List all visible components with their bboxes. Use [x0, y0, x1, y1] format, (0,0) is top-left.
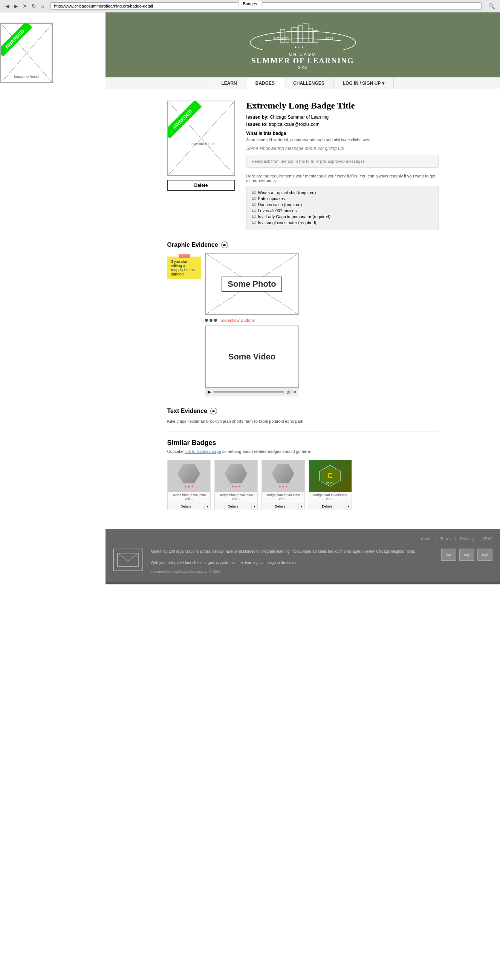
home-button[interactable]: ⌂	[39, 2, 45, 10]
badge-4-label: Badge blah in volupate veti...	[309, 492, 352, 503]
badge-2-hexagon: ★ ★ ★	[225, 464, 247, 488]
badge-stars-3: ★ ★ ★	[272, 485, 294, 488]
svg-rect-5	[303, 24, 308, 43]
check-icon-1: ☑	[252, 190, 256, 195]
empowering-message: Some empowering message about not giving…	[247, 146, 439, 151]
similar-badge-3: ★ ★ ★ Badge blah in volupate veti... Det…	[261, 460, 305, 510]
awarded-corner-image: AWARDED Image not found	[0, 22, 53, 83]
sticky-tape	[178, 255, 190, 258]
feedback-box: Feedback from mentor in the form of pre-…	[247, 155, 439, 168]
nav-learn[interactable]: LEARN	[212, 78, 246, 89]
nav-challenges[interactable]: CHALLENGES	[284, 78, 334, 89]
check-icon-2: ☑	[252, 196, 256, 201]
footer-logo-1: logo	[441, 549, 456, 561]
badge-info-column: Extremely Long Badge Title Issued by: Ch…	[247, 100, 439, 230]
badge-hexagon-3	[272, 464, 294, 484]
svg-rect-4	[298, 25, 302, 43]
delete-button[interactable]: Delete	[167, 180, 235, 191]
similar-badge-1: ★ ★ ★ Badge blah in volupate veti... Det…	[167, 460, 211, 510]
badge-meta: Issued by: Chicago Summer of Learning Is…	[247, 115, 439, 127]
skyline-svg: CHICAGO 2013 ✦ ✦ ✦	[243, 20, 363, 50]
check-icon-4: ☐	[252, 208, 256, 213]
badge-4-dropdown-button[interactable]: ▾	[346, 503, 352, 510]
close-button[interactable]: ✕	[21, 2, 29, 10]
nav-login[interactable]: LOG IN / SIGN UP ▾	[334, 78, 394, 89]
badge-detail: AWARDED Image not found Delete Extremely…	[167, 100, 439, 230]
svg-text:✦ ✦ ✦: ✦ ✦ ✦	[294, 46, 304, 49]
badge-4-details-button[interactable]: Details	[309, 503, 346, 510]
badge-image-column: AWARDED Image not found Delete	[167, 100, 235, 230]
badge-2-details-button[interactable]: Details	[215, 503, 252, 510]
back-button[interactable]: ◀	[4, 2, 11, 10]
footer-text-area: More than 100 organizations across the c…	[151, 549, 434, 574]
check-icon-3: ☑	[252, 202, 256, 207]
nav-buttons: ◀ ▶ ✕ ↻ ⌂	[4, 2, 45, 10]
video-progress-bar[interactable]	[213, 391, 284, 393]
browser-chrome: Badges ◀ ▶ ✕ ↻ ⌂ 🔍	[0, 0, 500, 13]
video-controls: ▶ 🔊 ⚙	[205, 388, 299, 396]
badge-2-dropdown-button[interactable]: ▾	[252, 503, 257, 510]
nav-badges[interactable]: BADGES	[247, 78, 284, 89]
forward-button[interactable]: ▶	[13, 2, 19, 10]
badge-hexagon-1	[177, 464, 200, 484]
check-icon-6: ☑	[252, 220, 256, 225]
similar-badges-title: Similar Badges	[167, 439, 439, 447]
privacy-link[interactable]: Privacy	[460, 536, 474, 541]
badge-1-image: ★ ★ ★	[168, 460, 210, 492]
video-label: Some Video	[228, 352, 276, 362]
header-logo-area: CHICAGO 2013 ✦ ✦ ✦ CHICAGO SUMMER OF LEA…	[113, 20, 492, 70]
badge-3-details-button[interactable]: Details	[262, 503, 299, 510]
footer-copyright: summeroflearning@cityofchicago.org | © 2…	[151, 569, 434, 574]
badge-1-actions: Details ▾	[168, 503, 210, 510]
dot-1[interactable]	[205, 319, 208, 322]
footer-main: More than 100 organizations across the c…	[113, 549, 492, 574]
requirements-note: Here are the requirements your mentor sa…	[247, 174, 439, 183]
requirements-list: ☑Wears a tropical shirt (required) ☑Eats…	[247, 186, 439, 230]
svg-text:CHICAGO: CHICAGO	[325, 482, 335, 484]
text-evidence-edit-icon[interactable]: ✏	[210, 408, 217, 414]
refresh-button[interactable]: ↻	[30, 2, 38, 10]
badge-1-dropdown-button[interactable]: ▾	[205, 503, 210, 510]
settings-icon[interactable]: ⚙	[293, 390, 296, 394]
footer-links: About | Terms | Privacy | VPAT	[113, 536, 492, 541]
badges-page-link[interactable]: link to Badges page	[185, 449, 221, 453]
header-name: SUMMER OF LEARNING	[113, 57, 492, 65]
badge-title: Extremely Long Badge Title	[247, 100, 439, 111]
main-content-wrapper: AWARDED Image not found Delete Extremely…	[105, 89, 500, 529]
similar-badge-2: ★ ★ ★ Badge blah in volupate veti... Det…	[214, 460, 258, 510]
req-6: ☑Is a sunglasses hater (required)	[252, 220, 433, 225]
similar-badges-desc: Cupcake link to Badges page something ab…	[167, 449, 439, 453]
footer-logo-3: logo	[478, 549, 492, 561]
search-button[interactable]: 🔍	[487, 2, 496, 10]
svg-text:G: G	[322, 468, 324, 471]
issued-to: Issued to: tropicalkoala@rocks.com	[247, 122, 439, 127]
main-content: AWARDED Image not found Delete Extremely…	[160, 89, 446, 529]
dot-2[interactable]	[210, 319, 212, 322]
video-placeholder: Some Video	[205, 326, 299, 388]
photo-area: Some Photo	[201, 253, 299, 315]
dot-3[interactable]	[214, 319, 217, 322]
badge-1-hexagon: ★ ★ ★	[177, 464, 200, 488]
badge-3-dropdown-button[interactable]: ▾	[299, 503, 304, 510]
volume-icon[interactable]: 🔊	[287, 390, 291, 394]
url-bar[interactable]	[51, 2, 481, 10]
about-link[interactable]: About	[421, 536, 432, 541]
terms-link[interactable]: Terms	[440, 536, 451, 541]
req-4: ☐Loves all 007 movies	[252, 208, 433, 213]
what-is-badge-title: What is this badge	[247, 131, 439, 136]
footer-email-icon	[113, 549, 143, 571]
graphic-evidence-edit-icon[interactable]: ✏	[221, 242, 228, 248]
footer-body-1: More than 100 organizations across the c…	[151, 549, 434, 554]
vpat-link[interactable]: VPAT	[482, 536, 492, 541]
section-divider	[167, 431, 439, 431]
svg-rect-3	[291, 27, 298, 43]
badge-1-details-button[interactable]: Details	[168, 503, 205, 510]
svg-text:2013: 2013	[326, 37, 333, 40]
text-evidence-section: Text Evidence ✏ Kale chips flexitarian b…	[167, 404, 439, 423]
bottom-bar	[105, 582, 500, 584]
play-button[interactable]: ▶	[208, 389, 211, 395]
svg-line-19	[128, 553, 139, 561]
svg-text:C: C	[327, 471, 332, 480]
browser-tab: Badges	[238, 0, 262, 7]
awarded-banner: AWARDED	[0, 22, 32, 57]
